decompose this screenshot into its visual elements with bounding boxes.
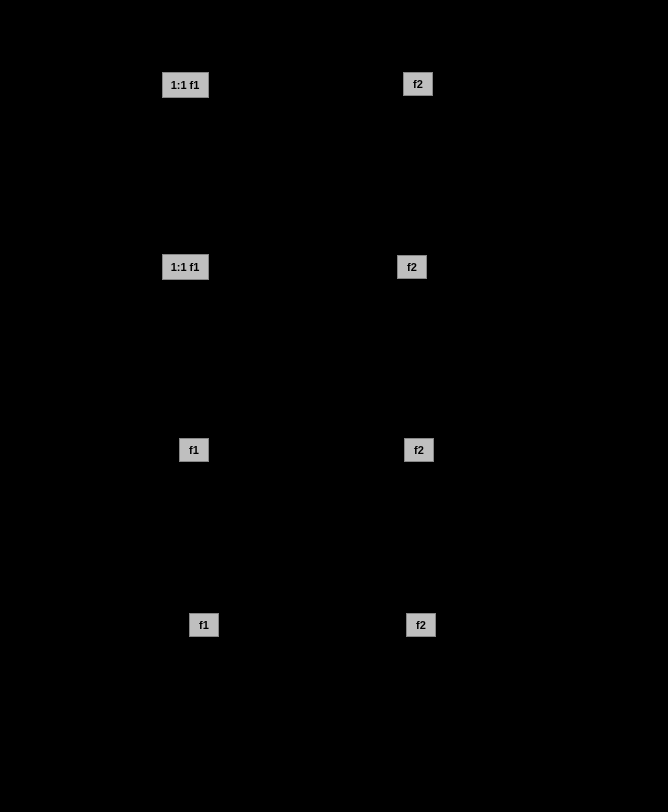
label-r3-left: f1: [189, 613, 219, 637]
label-r0-left: 1:1 f1: [162, 72, 209, 98]
label-r1-right: f2: [397, 255, 427, 279]
label-r2-left: f1: [179, 438, 209, 462]
label-r2-right: f2: [404, 438, 434, 462]
label-r3-right: f2: [406, 613, 436, 637]
label-r0-right: f2: [403, 72, 433, 96]
label-r1-left: 1:1 f1: [162, 254, 209, 280]
